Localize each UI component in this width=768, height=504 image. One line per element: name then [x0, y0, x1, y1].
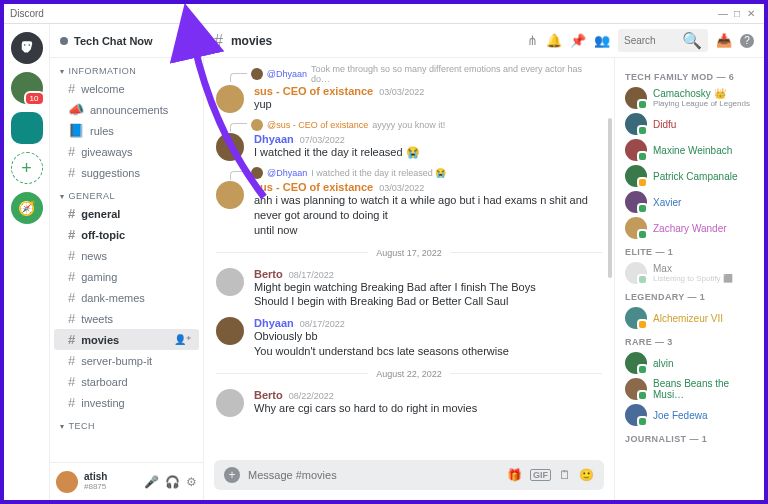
explore-button[interactable]: 🧭: [11, 192, 43, 224]
server-name: Tech Chat Now: [74, 35, 153, 47]
self-avatar[interactable]: [56, 471, 78, 493]
gift-icon[interactable]: 🎁: [507, 468, 522, 482]
message-author[interactable]: Dhyaan: [254, 317, 294, 329]
message: Dhyaan08/17/2022Obviously bbYou wouldn't…: [216, 313, 602, 363]
guild-icon-selected[interactable]: [11, 112, 43, 144]
reply-author: @Dhyaan: [267, 69, 307, 79]
members-toggle-icon[interactable]: 👥: [594, 33, 610, 48]
member-item[interactable]: MaxListening to Spotify ⬛: [623, 260, 756, 286]
server-header[interactable]: Tech Chat Now ⌄: [50, 24, 203, 58]
member-item[interactable]: Xavier: [623, 189, 756, 215]
channel-investing[interactable]: #investing: [54, 392, 199, 413]
message: Dhyaan07/03/2022I watched it the day it …: [216, 129, 602, 165]
member-item[interactable]: Beans Beans the Musi…: [623, 376, 756, 402]
avatar[interactable]: [216, 85, 244, 113]
guild-icon[interactable]: [11, 72, 43, 104]
message-text: You wouldn't understand bcs late seasons…: [254, 344, 509, 359]
gif-icon[interactable]: GIF: [530, 469, 551, 481]
date-divider: August 22, 2022: [216, 369, 602, 379]
member-item[interactable]: Zachary Wander: [623, 215, 756, 241]
sticker-icon[interactable]: 🗒: [559, 468, 571, 482]
channel-giveaways[interactable]: #giveaways: [54, 141, 199, 162]
message-author[interactable]: sus - CEO of existance: [254, 181, 373, 193]
channel-label: rules: [90, 125, 114, 137]
threads-icon[interactable]: ⋔: [527, 33, 538, 48]
notifications-icon[interactable]: 🔔: [546, 33, 562, 48]
settings-icon[interactable]: ⚙: [186, 475, 197, 489]
channel-announcements[interactable]: 📣announcements: [54, 99, 199, 120]
channel-starboard[interactable]: #starboard: [54, 371, 199, 392]
channel-label: dank-memes: [81, 292, 145, 304]
attach-button[interactable]: +: [224, 467, 240, 483]
member-item[interactable]: Joe Fedewa: [623, 402, 756, 428]
message-text: until now: [254, 223, 602, 238]
channel-off-topic[interactable]: #off-topic: [54, 224, 199, 245]
category-label[interactable]: INFORMATION: [50, 58, 203, 78]
avatar[interactable]: [216, 317, 244, 345]
invite-icon[interactable]: 👤⁺: [174, 334, 191, 345]
reply-avatar: [251, 119, 263, 131]
inbox-icon[interactable]: 📥: [716, 33, 732, 48]
add-server-button[interactable]: +: [11, 152, 43, 184]
message-author[interactable]: Dhyaan: [254, 133, 294, 145]
member-group-label: ELITE — 1: [625, 247, 756, 257]
channel-dank-memes[interactable]: #dank-memes: [54, 287, 199, 308]
mute-icon[interactable]: 🎤: [144, 475, 159, 489]
channel-general[interactable]: #general: [54, 203, 199, 224]
message-input[interactable]: [248, 469, 499, 481]
avatar[interactable]: [216, 181, 244, 209]
channel-server-bump-it[interactable]: #server-bump-it: [54, 350, 199, 371]
help-icon[interactable]: ?: [740, 34, 754, 48]
pinned-icon[interactable]: 📌: [570, 33, 586, 48]
min-button[interactable]: —: [716, 8, 730, 19]
search-input[interactable]: [624, 35, 678, 46]
channel-movies[interactable]: #movies👤⁺: [54, 329, 199, 350]
member-item[interactable]: Patrick Campanale: [623, 163, 756, 189]
category-label[interactable]: TECH: [50, 413, 203, 433]
member-item[interactable]: Maxine Weinbach: [623, 137, 756, 163]
close-button[interactable]: ✕: [744, 8, 758, 19]
channel-rules[interactable]: 📘rules: [54, 120, 199, 141]
message-author[interactable]: Berto: [254, 268, 283, 280]
member-avatar: [625, 191, 647, 213]
search-box[interactable]: 🔍: [618, 29, 708, 52]
member-list: TECH FAMILY MOD — 6Camachosky 👑Playing L…: [614, 58, 764, 500]
self-username: atish: [84, 472, 107, 482]
message-author[interactable]: sus - CEO of existance: [254, 85, 373, 97]
hash-icon: #: [68, 395, 75, 410]
reply-author: @Dhyaan: [267, 168, 307, 178]
channel-label: off-topic: [81, 229, 125, 241]
member-name: Maxine Weinbach: [653, 145, 732, 156]
channel-welcome[interactable]: #welcome: [54, 78, 199, 99]
emoji-icon[interactable]: 🙂: [579, 468, 594, 482]
member-group-label: TECH FAMILY MOD — 6: [625, 72, 756, 82]
reply-preview: ayyyy you know it!: [372, 120, 445, 130]
channel-news[interactable]: #news: [54, 245, 199, 266]
scrollbar[interactable]: [608, 118, 612, 278]
message-author[interactable]: Berto: [254, 389, 283, 401]
message-text: I watched it the day it released 😭: [254, 145, 420, 160]
reply-preview: I watched it the day it released 😭: [311, 168, 446, 178]
avatar[interactable]: [216, 133, 244, 161]
search-icon: 🔍: [682, 31, 702, 50]
channel-label: tweets: [81, 313, 113, 325]
avatar[interactable]: [216, 389, 244, 417]
message: Berto08/22/2022Why are cgi cars so hard …: [216, 385, 602, 421]
reply-avatar: [251, 68, 263, 80]
channel-tweets[interactable]: #tweets: [54, 308, 199, 329]
member-item[interactable]: Camachosky 👑Playing League of Legends: [623, 85, 756, 111]
member-name: Patrick Campanale: [653, 171, 737, 182]
deafen-icon[interactable]: 🎧: [165, 475, 180, 489]
message: Berto08/17/2022Might begin watching Brea…: [216, 264, 602, 314]
message: sus - CEO of existance03/03/2022yup: [216, 81, 602, 117]
max-button[interactable]: □: [730, 8, 744, 19]
category-label[interactable]: GENERAL: [50, 183, 203, 203]
home-button[interactable]: [11, 32, 43, 64]
member-item[interactable]: Alchemizeur VII: [623, 305, 756, 331]
avatar[interactable]: [216, 268, 244, 296]
member-item[interactable]: alvin: [623, 350, 756, 376]
channel-gaming[interactable]: #gaming: [54, 266, 199, 287]
message-text: Might begin watching Breaking Bad after …: [254, 280, 536, 295]
channel-suggestions[interactable]: #suggestions: [54, 162, 199, 183]
member-item[interactable]: Didfu: [623, 111, 756, 137]
